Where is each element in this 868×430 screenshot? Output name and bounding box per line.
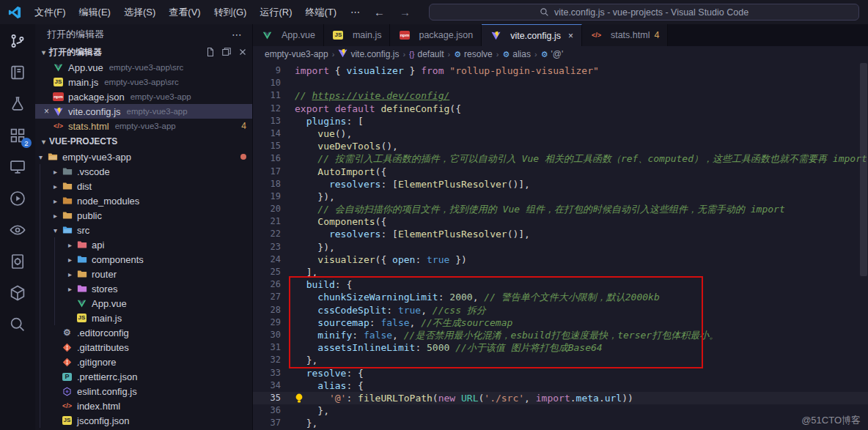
title-search-box[interactable]: vite.config.js - vue-projects - Visual S… xyxy=(429,4,859,21)
close-editor-icon[interactable]: × xyxy=(41,106,52,116)
tree-item-empty-vue3-app[interactable]: ▾empty-vue3-app xyxy=(35,149,252,164)
tree-item-node-modules[interactable]: ▸node_modules xyxy=(35,193,252,208)
code-line-31[interactable]: 31 assetsInlineLimit: 5000 //小于该值 图片将打包成… xyxy=(253,341,868,354)
sidebar-more-actions-icon[interactable]: ⋯ xyxy=(232,29,242,40)
menu-item-2[interactable]: 选择(S) xyxy=(117,4,162,21)
code-line-18[interactable]: 18 resolvers: [ElementPlusResolver()], xyxy=(253,178,868,190)
tree-item-jsconfig-json[interactable]: JSjsconfig.json xyxy=(35,413,252,428)
line-number[interactable]: 23 xyxy=(253,241,281,253)
line-number[interactable]: 32 xyxy=(253,354,281,366)
line-number[interactable]: 25 xyxy=(253,266,281,278)
chevron-right-icon[interactable]: ▸ xyxy=(65,256,76,264)
tab-stats-html[interactable]: </>stats.html4 xyxy=(582,24,668,46)
menu-item-1[interactable]: 编辑(E) xyxy=(73,4,117,21)
breadcrumb-item[interactable]: ⚙alias xyxy=(502,49,531,59)
nav-forward-icon[interactable]: → xyxy=(393,4,417,20)
tree-item--gitattributes[interactable]: .gitattributes xyxy=(35,340,252,355)
line-number[interactable]: 36 xyxy=(253,404,281,417)
line-number[interactable]: 18 xyxy=(253,178,281,190)
line-number[interactable]: 22 xyxy=(253,228,281,240)
lightbulb-icon[interactable] xyxy=(295,393,304,404)
chevron-right-icon[interactable]: ▸ xyxy=(50,212,61,220)
code-line-32[interactable]: 32 }, xyxy=(253,354,868,366)
tree-item-src[interactable]: ▾src xyxy=(35,223,252,237)
extensions-icon[interactable]: 2 xyxy=(8,126,27,145)
tree-item-components[interactable]: ▸components xyxy=(35,252,252,267)
save-all-icon[interactable] xyxy=(221,47,232,57)
new-untitled-file-icon[interactable] xyxy=(205,47,216,57)
code-line-11[interactable]: 11// https://vite.dev/config/ xyxy=(253,89,868,102)
line-number[interactable]: 31 xyxy=(253,341,281,354)
reader-icon[interactable] xyxy=(8,63,27,82)
code-line-37[interactable]: 37 }, xyxy=(253,417,868,429)
code-line-25[interactable]: 25 ], xyxy=(253,266,868,278)
code-line-27[interactable]: 27 chunkSizeWarningLimit: 2000, // 警告单个文… xyxy=(253,291,868,303)
chevron-right-icon[interactable]: ▸ xyxy=(65,285,76,293)
menu-item-0[interactable]: 文件(F) xyxy=(28,4,73,21)
line-number[interactable]: 35 xyxy=(253,392,281,404)
line-number[interactable]: 15 xyxy=(253,140,281,152)
code-line-14[interactable]: 14 vue(), xyxy=(253,127,868,140)
tree-item--editorconfig[interactable]: ⚙.editorconfig xyxy=(35,325,252,340)
container-icon[interactable] xyxy=(8,283,27,303)
editor-scrollbar[interactable] xyxy=(860,62,867,430)
code-line-30[interactable]: 30 minify: false, //是否禁用最小化混淆，esbuild打包速… xyxy=(253,329,868,341)
code-editor[interactable]: 9import { visualizer } from "rollup-plug… xyxy=(253,62,868,430)
chevron-right-icon[interactable]: ▸ xyxy=(65,270,76,278)
live-preview-icon[interactable] xyxy=(8,189,27,208)
beaker-icon[interactable] xyxy=(8,94,27,114)
tab-app-vue[interactable]: App.vue xyxy=(253,24,324,46)
code-line-9[interactable]: 9import { visualizer } from "rollup-plug… xyxy=(253,64,868,77)
code-line-23[interactable]: 23 }), xyxy=(253,241,868,253)
code-line-35[interactable]: 35 '@': fileURLToPath(new URL('./src', i… xyxy=(253,392,868,404)
open-editor-item[interactable]: JSmain.jsempty-vue3-app\src xyxy=(35,75,252,89)
line-number[interactable]: 26 xyxy=(253,278,281,291)
breadcrumb-item[interactable]: ⚙resolve xyxy=(454,49,493,59)
close-all-editors-icon[interactable] xyxy=(238,47,248,57)
tab-vite-config-js[interactable]: vite.config.js× xyxy=(482,24,582,46)
preview-eye-icon[interactable] xyxy=(8,220,27,240)
tree-item-app-vue[interactable]: App.vue xyxy=(35,296,252,311)
line-number[interactable]: 27 xyxy=(253,291,281,303)
tree-item--vscode[interactable]: ▸.vscode xyxy=(35,164,252,179)
breadcrumb-item[interactable]: {}default xyxy=(409,49,444,59)
line-number[interactable]: 10 xyxy=(253,77,281,89)
chevron-right-icon[interactable]: ▸ xyxy=(50,197,61,205)
line-number[interactable]: 17 xyxy=(253,166,281,178)
chevron-right-icon[interactable]: ▸ xyxy=(50,168,61,176)
menu-item-4[interactable]: 转到(G) xyxy=(207,4,254,21)
line-number[interactable]: 37 xyxy=(253,417,281,429)
tree-item-public[interactable]: ▸public xyxy=(35,208,252,223)
settings-file-icon[interactable] xyxy=(8,252,27,271)
open-editor-item[interactable]: ×vite.config.jsempty-vue3-app xyxy=(35,104,252,119)
line-number[interactable]: 34 xyxy=(253,379,281,392)
tree-item--prettierrc-json[interactable]: P.prettierrc.json xyxy=(35,369,252,384)
breadcrumb-item[interactable]: ⚙'@' xyxy=(541,49,564,59)
chevron-down-icon[interactable]: ▾ xyxy=(50,226,61,234)
line-number[interactable]: 19 xyxy=(253,190,281,203)
tree-item-router[interactable]: ▸router xyxy=(35,267,252,281)
tree-item-index-html[interactable]: </>index.html xyxy=(35,399,252,413)
search-icon[interactable] xyxy=(8,315,27,334)
line-number[interactable]: 16 xyxy=(253,152,281,165)
code-line-24[interactable]: 24 visualizer({ open: true }) xyxy=(253,253,868,266)
menu-more-button[interactable]: ⋯ xyxy=(345,5,366,19)
breadcrumb-item[interactable]: empty-vue3-app xyxy=(265,49,328,59)
line-number[interactable]: 13 xyxy=(253,115,281,127)
code-line-12[interactable]: 12export default defineConfig({ xyxy=(253,103,868,115)
code-line-17[interactable]: 17 AutoImport({ xyxy=(253,166,868,178)
scrollbar-thumb[interactable] xyxy=(860,63,867,276)
open-editors-section-header[interactable]: ▾ 打开的编辑器 xyxy=(35,44,252,60)
menu-item-6[interactable]: 终端(T) xyxy=(298,4,343,21)
tab-close-icon[interactable]: × xyxy=(568,31,573,41)
chevron-right-icon[interactable]: ▸ xyxy=(50,182,61,190)
code-line-22[interactable]: 22 resolvers: [ElementPlusResolver()], xyxy=(253,228,868,240)
open-editor-item[interactable]: npmpackage.jsonempty-vue3-app xyxy=(35,89,252,104)
tab-package-json[interactable]: npmpackage.json xyxy=(390,24,482,46)
line-number[interactable]: 30 xyxy=(253,329,281,341)
chevron-down-icon[interactable]: ▾ xyxy=(35,153,46,161)
line-number[interactable]: 12 xyxy=(253,103,281,115)
breadcrumb-item[interactable]: vite.config.js xyxy=(338,48,399,60)
tree-item-dist[interactable]: ▸dist xyxy=(35,179,252,193)
code-line-36[interactable]: 36 }, xyxy=(253,404,868,417)
